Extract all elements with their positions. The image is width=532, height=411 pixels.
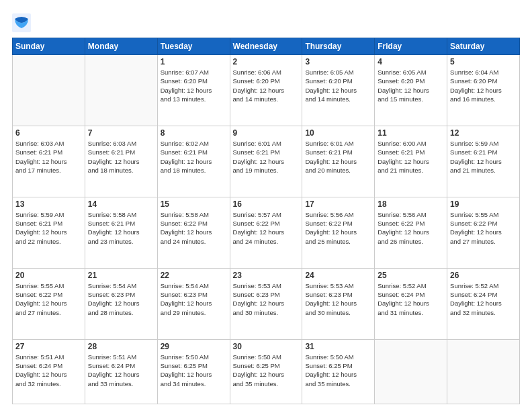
calendar-cell: 17Sunrise: 5:56 AM Sunset: 6:22 PM Dayli… (302, 197, 375, 268)
day-number: 9 (233, 128, 300, 138)
calendar-cell: 9Sunrise: 6:01 AM Sunset: 6:21 PM Daylig… (230, 126, 302, 197)
calendar-cell: 15Sunrise: 5:58 AM Sunset: 6:22 PM Dayli… (157, 197, 230, 268)
calendar-cell (85, 55, 157, 126)
day-info: Sunrise: 6:05 AM Sunset: 6:20 PM Dayligh… (378, 68, 444, 103)
calendar-cell: 27Sunrise: 5:51 AM Sunset: 6:24 PM Dayli… (13, 339, 85, 404)
calendar-cell: 13Sunrise: 5:59 AM Sunset: 6:21 PM Dayli… (13, 197, 85, 268)
day-number: 17 (305, 199, 371, 209)
calendar-day-header: Monday (85, 38, 157, 55)
calendar-cell: 16Sunrise: 5:57 AM Sunset: 6:22 PM Dayli… (230, 197, 302, 268)
calendar-week-row: 6Sunrise: 6:03 AM Sunset: 6:21 PM Daylig… (13, 126, 520, 197)
day-number: 23 (233, 271, 300, 280)
day-info: Sunrise: 5:53 AM Sunset: 6:23 PM Dayligh… (305, 281, 371, 317)
day-info: Sunrise: 5:50 AM Sunset: 6:25 PM Dayligh… (305, 353, 371, 388)
calendar-cell: 31Sunrise: 5:50 AM Sunset: 6:25 PM Dayli… (302, 339, 375, 404)
calendar-week-row: 13Sunrise: 5:59 AM Sunset: 6:21 PM Dayli… (13, 197, 520, 268)
calendar-cell: 23Sunrise: 5:53 AM Sunset: 6:23 PM Dayli… (230, 268, 302, 339)
calendar-cell: 25Sunrise: 5:52 AM Sunset: 6:24 PM Dayli… (375, 268, 447, 339)
calendar-cell: 5Sunrise: 6:04 AM Sunset: 6:20 PM Daylig… (447, 55, 520, 126)
calendar-cell: 10Sunrise: 6:01 AM Sunset: 6:21 PM Dayli… (302, 126, 375, 197)
day-info: Sunrise: 5:59 AM Sunset: 6:21 PM Dayligh… (450, 139, 517, 175)
calendar-cell: 11Sunrise: 6:00 AM Sunset: 6:21 PM Dayli… (375, 126, 447, 197)
day-info: Sunrise: 6:01 AM Sunset: 6:21 PM Dayligh… (305, 139, 371, 175)
calendar-cell: 24Sunrise: 5:53 AM Sunset: 6:23 PM Dayli… (302, 268, 375, 339)
day-number: 13 (15, 199, 82, 209)
calendar-cell: 28Sunrise: 5:51 AM Sunset: 6:24 PM Dayli… (85, 339, 157, 404)
calendar-cell: 29Sunrise: 5:50 AM Sunset: 6:25 PM Dayli… (157, 339, 230, 404)
calendar-week-row: 27Sunrise: 5:51 AM Sunset: 6:24 PM Dayli… (13, 339, 520, 404)
day-number: 27 (15, 342, 82, 351)
calendar-cell: 8Sunrise: 6:02 AM Sunset: 6:21 PM Daylig… (157, 126, 230, 197)
day-info: Sunrise: 5:55 AM Sunset: 6:22 PM Dayligh… (15, 281, 82, 317)
day-number: 10 (305, 128, 371, 138)
calendar-cell: 12Sunrise: 5:59 AM Sunset: 6:21 PM Dayli… (447, 126, 520, 197)
day-number: 4 (378, 57, 444, 66)
page: SundayMondayTuesdayWednesdayThursdayFrid… (0, 0, 532, 411)
day-info: Sunrise: 6:03 AM Sunset: 6:21 PM Dayligh… (15, 139, 82, 175)
day-number: 1 (161, 57, 227, 66)
day-number: 11 (378, 128, 444, 138)
day-info: Sunrise: 5:58 AM Sunset: 6:22 PM Dayligh… (161, 210, 227, 246)
calendar-day-header: Tuesday (157, 38, 230, 55)
day-info: Sunrise: 5:59 AM Sunset: 6:21 PM Dayligh… (15, 210, 82, 246)
calendar-week-row: 1Sunrise: 6:07 AM Sunset: 6:20 PM Daylig… (13, 55, 520, 126)
calendar-day-header: Friday (375, 38, 447, 55)
day-info: Sunrise: 5:50 AM Sunset: 6:25 PM Dayligh… (233, 353, 300, 388)
day-number: 5 (450, 57, 517, 66)
day-number: 25 (378, 271, 444, 280)
day-number: 3 (305, 57, 371, 66)
day-number: 28 (88, 342, 154, 351)
day-number: 24 (305, 271, 371, 280)
day-number: 31 (305, 342, 371, 351)
calendar-day-header: Wednesday (230, 38, 302, 55)
day-info: Sunrise: 5:52 AM Sunset: 6:24 PM Dayligh… (450, 281, 517, 317)
calendar-cell: 22Sunrise: 5:54 AM Sunset: 6:23 PM Dayli… (157, 268, 230, 339)
calendar-day-header: Sunday (13, 38, 85, 55)
calendar-cell (375, 339, 447, 404)
day-info: Sunrise: 6:06 AM Sunset: 6:20 PM Dayligh… (233, 68, 300, 103)
day-number: 30 (233, 342, 300, 351)
day-info: Sunrise: 5:58 AM Sunset: 6:21 PM Dayligh… (88, 210, 154, 246)
day-number: 14 (88, 199, 154, 209)
calendar-cell: 21Sunrise: 5:54 AM Sunset: 6:23 PM Dayli… (85, 268, 157, 339)
day-info: Sunrise: 5:57 AM Sunset: 6:22 PM Dayligh… (233, 210, 300, 246)
calendar-cell (13, 55, 85, 126)
calendar-week-row: 20Sunrise: 5:55 AM Sunset: 6:22 PM Dayli… (13, 268, 520, 339)
day-info: Sunrise: 5:56 AM Sunset: 6:22 PM Dayligh… (305, 210, 371, 246)
day-number: 29 (161, 342, 227, 351)
calendar-cell: 3Sunrise: 6:05 AM Sunset: 6:20 PM Daylig… (302, 55, 375, 126)
day-info: Sunrise: 6:01 AM Sunset: 6:21 PM Dayligh… (233, 139, 300, 175)
calendar-cell: 1Sunrise: 6:07 AM Sunset: 6:20 PM Daylig… (157, 55, 230, 126)
day-number: 26 (450, 271, 517, 280)
calendar-cell: 26Sunrise: 5:52 AM Sunset: 6:24 PM Dayli… (447, 268, 520, 339)
day-info: Sunrise: 6:03 AM Sunset: 6:21 PM Dayligh… (88, 139, 154, 175)
calendar-cell (447, 339, 520, 404)
day-info: Sunrise: 5:51 AM Sunset: 6:24 PM Dayligh… (88, 353, 154, 388)
day-info: Sunrise: 5:51 AM Sunset: 6:24 PM Dayligh… (15, 353, 82, 388)
day-number: 7 (88, 128, 154, 138)
day-number: 16 (233, 199, 300, 209)
calendar-cell: 2Sunrise: 6:06 AM Sunset: 6:20 PM Daylig… (230, 55, 302, 126)
day-number: 19 (450, 199, 517, 209)
day-number: 12 (450, 128, 517, 138)
calendar-cell: 6Sunrise: 6:03 AM Sunset: 6:21 PM Daylig… (13, 126, 85, 197)
day-info: Sunrise: 6:02 AM Sunset: 6:21 PM Dayligh… (161, 139, 227, 175)
calendar-cell: 7Sunrise: 6:03 AM Sunset: 6:21 PM Daylig… (85, 126, 157, 197)
day-info: Sunrise: 5:53 AM Sunset: 6:23 PM Dayligh… (233, 281, 300, 317)
day-info: Sunrise: 6:00 AM Sunset: 6:21 PM Dayligh… (378, 139, 444, 175)
logo (12, 13, 32, 32)
day-info: Sunrise: 6:07 AM Sunset: 6:20 PM Dayligh… (161, 68, 227, 103)
day-info: Sunrise: 5:50 AM Sunset: 6:25 PM Dayligh… (161, 353, 227, 388)
day-number: 8 (161, 128, 227, 138)
day-info: Sunrise: 6:05 AM Sunset: 6:20 PM Dayligh… (305, 68, 371, 103)
day-info: Sunrise: 6:04 AM Sunset: 6:20 PM Dayligh… (450, 68, 517, 103)
calendar-day-header: Saturday (447, 38, 520, 55)
calendar-cell: 18Sunrise: 5:56 AM Sunset: 6:22 PM Dayli… (375, 197, 447, 268)
day-info: Sunrise: 5:55 AM Sunset: 6:22 PM Dayligh… (450, 210, 517, 246)
calendar-cell: 4Sunrise: 6:05 AM Sunset: 6:20 PM Daylig… (375, 55, 447, 126)
day-number: 20 (15, 271, 82, 280)
calendar-header-row: SundayMondayTuesdayWednesdayThursdayFrid… (13, 38, 520, 55)
day-number: 22 (161, 271, 227, 280)
day-number: 6 (15, 128, 82, 138)
calendar-cell: 14Sunrise: 5:58 AM Sunset: 6:21 PM Dayli… (85, 197, 157, 268)
